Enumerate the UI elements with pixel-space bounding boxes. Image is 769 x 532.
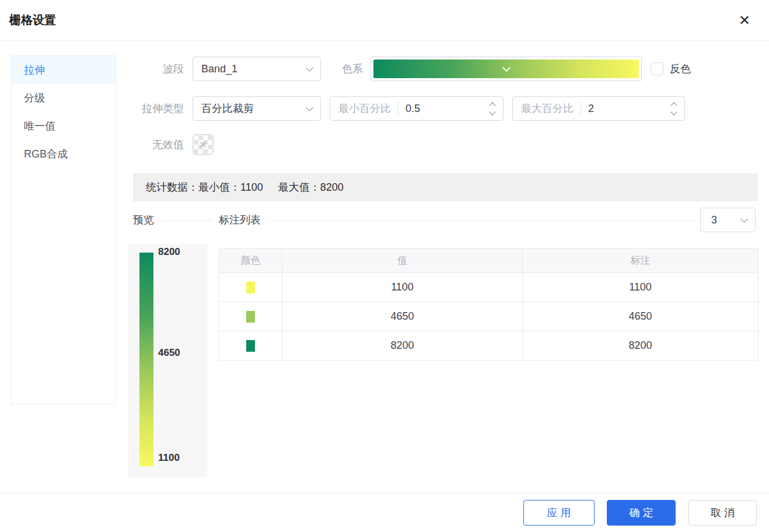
cancel-button[interactable]: 取 消 (688, 500, 757, 526)
colormap-label: 色系 (341, 57, 363, 81)
nodata-label: 无效值 (133, 132, 184, 157)
table-row[interactable]: 1100 1100 (219, 273, 758, 302)
column-header-label: 标注 (523, 249, 758, 273)
invert-checkbox[interactable] (651, 62, 663, 75)
chevron-down-icon (502, 63, 510, 71)
row-color-cell[interactable] (219, 273, 282, 302)
nodata-color-button[interactable]: ✕ (193, 134, 214, 155)
dialog-header: 栅格设置 (0, 0, 769, 41)
raster-settings-dialog: 栅格设置 ✕ 拉伸 分级 唯一值 RGB合成 波段 Band_1 色系 反色 拉… (0, 0, 769, 532)
stats-min-label: 最小值： (198, 180, 240, 194)
spinner-up-icon (489, 102, 495, 108)
min-percent-input[interactable]: 最小百分比 0.5 (330, 96, 504, 121)
spinner-down-icon (489, 108, 495, 115)
max-percent-value: 2 (588, 103, 672, 115)
legend-dash-divider (268, 220, 694, 221)
legend-section-label: 标注列表 (219, 207, 261, 233)
sidebar-item-unique-value[interactable]: 唯一值 (12, 112, 116, 140)
no-color-icon: ✕ (199, 139, 207, 151)
preview-tick-mid: 4650 (158, 347, 180, 359)
preview-color-ramp (139, 253, 153, 466)
colormap-select[interactable] (370, 57, 642, 81)
row-value-cell[interactable]: 4650 (282, 302, 523, 331)
row-value-cell[interactable]: 8200 (282, 331, 523, 360)
sidebar-item-label: 唯一值 (24, 120, 55, 132)
sidebar-item-classify[interactable]: 分级 (12, 84, 116, 112)
legend-table-header-row: 颜色 值 标注 (219, 249, 758, 273)
band-select[interactable]: Band_1 (193, 57, 321, 81)
color-swatch[interactable] (246, 311, 255, 323)
chevron-down-icon (740, 215, 748, 223)
sidebar-item-rgb-composite[interactable]: RGB合成 (12, 140, 116, 168)
chevron-down-icon (306, 64, 313, 72)
chevron-down-icon (306, 104, 313, 111)
legend-count-select[interactable]: 3 (700, 208, 756, 232)
min-percent-spinner[interactable] (490, 103, 495, 114)
row-color-cell[interactable] (219, 302, 282, 331)
preview-dash-divider (159, 220, 212, 221)
table-row[interactable]: 4650 4650 (219, 302, 758, 331)
sidebar-item-stretch[interactable]: 拉伸 (12, 56, 116, 84)
table-row[interactable]: 8200 8200 (219, 331, 758, 360)
max-percent-input[interactable]: 最大百分比 2 (512, 96, 685, 121)
close-icon: ✕ (739, 12, 750, 29)
preview-section-label: 预览 (133, 207, 154, 233)
preview-panel: 8200 4650 1100 (128, 244, 207, 477)
colormap-gradient (373, 60, 639, 78)
apply-button[interactable]: 应 用 (523, 500, 595, 526)
stretch-type-select[interactable]: 百分比裁剪 (193, 96, 321, 121)
row-label-cell[interactable]: 8200 (523, 331, 758, 360)
row-label-cell[interactable]: 1100 (523, 273, 758, 302)
invert-label: 反色 (670, 57, 691, 81)
row-label-cell[interactable]: 4650 (523, 302, 758, 331)
footer-divider (0, 493, 769, 494)
input-divider (398, 102, 399, 115)
column-header-color: 颜色 (219, 249, 282, 273)
min-percent-value: 0.5 (406, 103, 490, 115)
statistics-bar: 统计数据： 最小值： 1100 最大值： 8200 (133, 173, 758, 201)
stats-min-value: 1100 (240, 181, 263, 194)
sidebar-item-label: RGB合成 (24, 148, 68, 160)
sidebar-item-label: 分级 (24, 92, 45, 104)
stats-max-value: 8200 (320, 181, 344, 194)
dialog-title: 栅格设置 (9, 12, 56, 28)
band-label: 波段 (133, 57, 184, 81)
max-percent-spinner[interactable] (672, 103, 676, 114)
row-value-cell[interactable]: 1100 (282, 273, 523, 302)
close-button[interactable]: ✕ (733, 0, 756, 41)
row-color-cell[interactable] (219, 331, 282, 360)
stats-max-label: 最大值： (278, 180, 320, 194)
min-percent-label: 最小百分比 (338, 102, 391, 116)
ok-button[interactable]: 确 定 (607, 500, 676, 526)
input-divider (581, 102, 581, 115)
spinner-up-icon (670, 102, 677, 108)
max-percent-label: 最大百分比 (521, 102, 574, 116)
band-select-value: Band_1 (201, 63, 307, 75)
legend-table: 颜色 值 标注 1100 1100 4650 4650 (219, 248, 758, 360)
color-swatch[interactable] (246, 340, 255, 352)
spinner-down-icon (670, 108, 677, 115)
stats-prefix: 统计数据： (146, 180, 198, 194)
column-header-value: 值 (282, 249, 523, 273)
stretch-type-value: 百分比裁剪 (201, 102, 307, 116)
preview-tick-min: 1100 (158, 452, 180, 464)
legend-count-value: 3 (709, 214, 742, 226)
color-swatch[interactable] (246, 282, 255, 293)
stretch-type-label: 拉伸类型 (133, 96, 184, 121)
sidebar-item-label: 拉伸 (24, 64, 45, 76)
sidebar: 拉伸 分级 唯一值 RGB合成 (11, 55, 116, 404)
preview-tick-max: 8200 (158, 246, 180, 258)
